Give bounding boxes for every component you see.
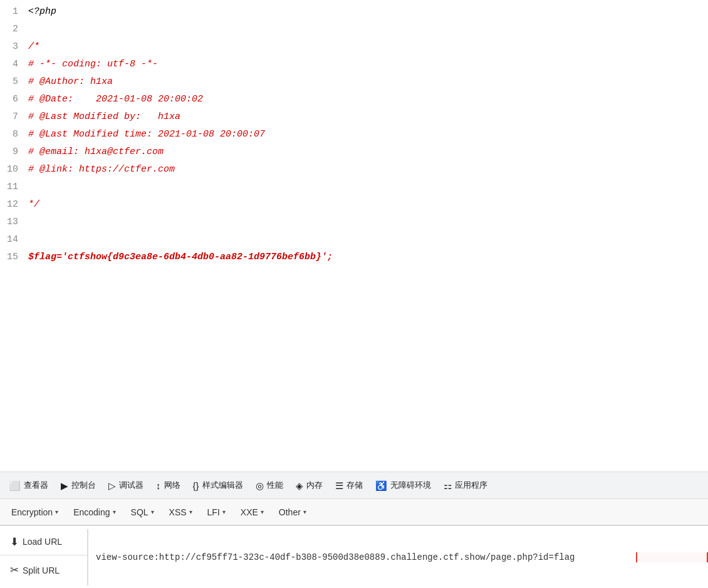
hackbar-toolbar: Encryption▾Encoding▾SQL▾XSS▾LFI▾XXE▾Othe… — [0, 499, 708, 525]
line-number: 5 — [0, 76, 28, 87]
code-line: 8# @Last Modified time: 2021-01-08 20:00… — [0, 129, 708, 147]
devtools-label: 查看器 — [24, 480, 48, 491]
hackbar-menu-encoding[interactable]: Encoding▾ — [67, 504, 122, 520]
line-content: # @Last Modified by: h1xa — [28, 111, 180, 122]
chevron-down-icon: ▾ — [151, 508, 154, 515]
code-area: 1<?php23/*4# -*- coding: utf-8 -*-5# @Au… — [0, 0, 708, 472]
chevron-down-icon: ▾ — [189, 508, 192, 515]
hackbar-menu-encryption[interactable]: Encryption▾ — [5, 504, 65, 520]
line-number: 13 — [0, 217, 28, 227]
devtools-icon: ↕ — [156, 481, 161, 490]
devtools-tab-查看器[interactable]: ⬜查看器 — [3, 476, 55, 495]
devtools-icon: ◎ — [256, 481, 264, 490]
code-line: 7# @Last Modified by: h1xa — [0, 111, 708, 129]
code-line: 14 — [0, 234, 708, 252]
hackbar-menu-other[interactable]: Other▾ — [273, 504, 313, 520]
devtools-tab-样式编辑器[interactable]: {}样式编辑器 — [187, 476, 249, 495]
devtools-icon: ▶ — [61, 481, 68, 490]
chevron-down-icon: ▾ — [261, 508, 264, 515]
devtools-toolbar: ⬜查看器▶控制台▷调试器↕网络{}样式编辑器◎性能◈内存☰存储♿无障碍环境⚏应用… — [0, 472, 708, 499]
code-line: 13 — [0, 217, 708, 234]
line-content: */ — [28, 199, 39, 210]
line-number: 11 — [0, 182, 28, 192]
line-content: $flag='ctfshow{d9c3ea8e-6db4-4db0-aa82-1… — [28, 252, 333, 262]
devtools-tab-无障碍环境[interactable]: ♿无障碍环境 — [369, 476, 437, 495]
url-area: ⬇ Load URL ✂ Split URL view-source:http:… — [0, 525, 708, 588]
code-line: 5# @Author: h1xa — [0, 76, 708, 94]
code-line: 1<?php — [0, 6, 708, 24]
devtools-label: 性能 — [267, 480, 283, 491]
line-number: 15 — [0, 252, 28, 262]
devtools-tab-内存[interactable]: ◈内存 — [289, 476, 329, 495]
url-highlight-box — [636, 552, 708, 562]
line-number: 14 — [0, 234, 28, 245]
code-line: 2 — [0, 24, 708, 41]
hackbar-menu-label: LFI — [207, 507, 220, 517]
devtools-icon: ⬜ — [9, 481, 21, 490]
url-display[interactable]: view-source:http://cf95ff71-323c-40df-b3… — [88, 552, 708, 562]
code-line: 15$flag='ctfshow{d9c3ea8e-6db4-4db0-aa82… — [0, 252, 708, 269]
code-line: 11 — [0, 182, 708, 199]
url-text: view-source:http://cf95ff71-323c-40df-b3… — [96, 552, 575, 562]
line-number: 6 — [0, 94, 28, 105]
devtools-label: 应用程序 — [455, 480, 487, 491]
split-url-button[interactable]: ✂ Split URL — [0, 555, 88, 585]
line-number: 3 — [0, 41, 28, 52]
line-content: # @Last Modified time: 2021-01-08 20:00:… — [28, 129, 265, 140]
chevron-down-icon: ▾ — [222, 508, 226, 515]
line-number: 2 — [0, 24, 28, 34]
hackbar-menu-sql[interactable]: SQL▾ — [125, 504, 160, 520]
devtools-icon: ▷ — [108, 481, 116, 490]
line-content: # @Date: 2021-01-08 20:00:02 — [28, 94, 203, 105]
code-line: 10# @link: https://ctfer.com — [0, 164, 708, 182]
devtools-icon: {} — [193, 481, 199, 490]
devtools-label: 存储 — [346, 480, 363, 491]
devtools-tab-网络[interactable]: ↕网络 — [150, 476, 187, 495]
hackbar-menu-label: XXE — [241, 507, 258, 517]
line-content: /* — [28, 41, 39, 52]
line-content: # @link: https://ctfer.com — [28, 164, 175, 175]
hackbar-menu-lfi[interactable]: LFI▾ — [201, 504, 232, 520]
line-number: 12 — [0, 199, 28, 210]
line-number: 4 — [0, 59, 28, 70]
hackbar-menu-label: Encoding — [73, 507, 110, 517]
devtools-label: 调试器 — [119, 480, 143, 491]
line-number: 9 — [0, 147, 28, 157]
hackbar-menu-label: XSS — [169, 507, 187, 517]
load-url-label: Load URL — [23, 537, 62, 547]
line-number: 8 — [0, 129, 28, 140]
line-content: <?php — [28, 6, 56, 17]
devtools-label: 网络 — [164, 480, 180, 491]
line-number: 7 — [0, 111, 28, 122]
devtools-tab-控制台[interactable]: ▶控制台 — [55, 476, 102, 495]
scissors-icon: ✂ — [10, 564, 19, 577]
devtools-label: 控制台 — [71, 480, 96, 491]
line-number: 1 — [0, 6, 28, 17]
chevron-down-icon: ▾ — [303, 508, 306, 515]
chevron-down-icon: ▾ — [113, 508, 116, 515]
devtools-tab-存储[interactable]: ☰存储 — [329, 476, 369, 495]
devtools-tab-应用程序[interactable]: ⚏应用程序 — [437, 476, 494, 495]
devtools-label: 内存 — [306, 480, 323, 491]
line-number: 10 — [0, 164, 28, 175]
devtools-icon: ♿ — [375, 481, 387, 490]
line-content: # @Author: h1xa — [28, 76, 113, 87]
code-line: 9# @email: h1xa@ctfer.com — [0, 147, 708, 164]
hackbar-menu-xxe[interactable]: XXE▾ — [234, 504, 270, 520]
devtools-label: 样式编辑器 — [202, 480, 243, 491]
hackbar-menu-label: Encryption — [11, 507, 53, 517]
load-url-button[interactable]: ⬇ Load URL — [0, 529, 88, 555]
devtools-tab-性能[interactable]: ◎性能 — [249, 476, 289, 495]
code-line: 12*/ — [0, 199, 708, 217]
hackbar-menu-label: SQL — [131, 507, 148, 517]
code-line: 6# @Date: 2021-01-08 20:00:02 — [0, 94, 708, 111]
code-line: 4# -*- coding: utf-8 -*- — [0, 59, 708, 76]
split-url-label: Split URL — [23, 565, 60, 575]
devtools-icon: ◈ — [296, 481, 303, 490]
line-content: # @email: h1xa@ctfer.com — [28, 147, 164, 157]
devtools-icon: ☰ — [335, 481, 343, 490]
hackbar-menu-xss[interactable]: XSS▾ — [163, 504, 199, 520]
devtools-tab-调试器[interactable]: ▷调试器 — [102, 476, 150, 495]
devtools-icon: ⚏ — [444, 481, 452, 490]
code-line: 3/* — [0, 41, 708, 59]
